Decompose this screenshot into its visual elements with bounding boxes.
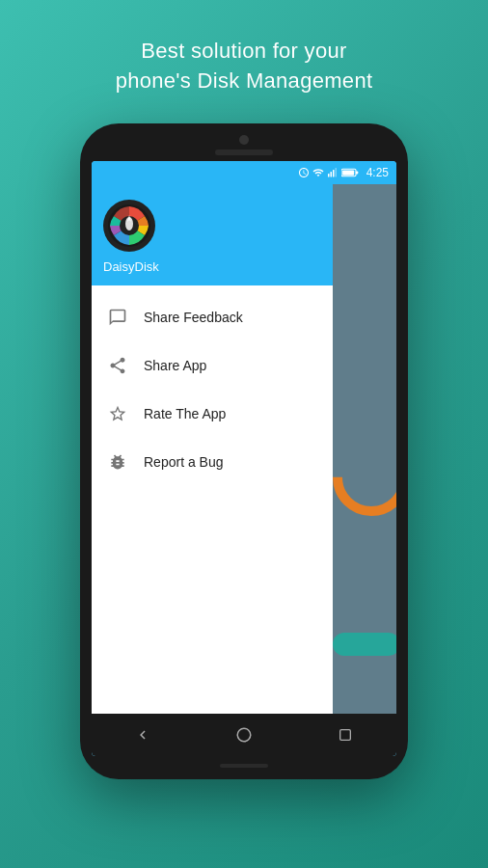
svg-rect-0 [328, 174, 330, 177]
menu-item-share-app[interactable]: Share App [92, 341, 333, 390]
app-name-label: DaisyDisk [103, 259, 159, 274]
drawer-header: DaisyDisk [92, 184, 333, 285]
back-button[interactable] [128, 720, 157, 749]
main-content [333, 184, 396, 714]
chat-icon [107, 307, 128, 328]
recent-button[interactable] [331, 720, 360, 749]
svg-rect-1 [330, 172, 332, 177]
app-content: DaisyDisk Share Feedback [92, 184, 396, 714]
menu-item-rate-app[interactable]: Rate The App [92, 390, 333, 438]
share-feedback-label: Share Feedback [144, 310, 243, 325]
phone-top [215, 135, 273, 155]
disk-chart [333, 439, 396, 516]
svg-rect-13 [340, 729, 351, 740]
screen: 4:25 [92, 161, 396, 756]
battery-icon [341, 168, 359, 177]
drawer-menu: Share Feedback Share App [92, 285, 333, 714]
home-bar [220, 764, 268, 768]
star-icon [107, 403, 128, 424]
nav-bar [92, 714, 396, 756]
bug-icon [107, 451, 128, 473]
signal-icon [327, 167, 339, 178]
teal-button [333, 633, 396, 656]
phone-shell: 4:25 [80, 123, 408, 779]
svg-rect-2 [333, 170, 335, 177]
daisydisk-logo [106, 203, 152, 249]
share-icon [107, 355, 128, 376]
svg-point-10 [125, 217, 133, 231]
report-bug-label: Report a Bug [144, 454, 224, 470]
rate-app-label: Rate The App [144, 406, 226, 421]
wifi-icon [312, 167, 324, 178]
tagline-line2: phone's Disk Management [116, 68, 373, 93]
speaker [215, 149, 273, 155]
svg-point-11 [338, 444, 396, 511]
camera [239, 135, 249, 145]
app-icon [103, 200, 155, 252]
tagline-line1: Best solution for your [141, 39, 346, 63]
alarm-icon [298, 167, 310, 178]
share-app-label: Share App [144, 358, 206, 373]
svg-rect-5 [356, 171, 358, 174]
drawer: DaisyDisk Share Feedback [92, 184, 333, 714]
home-button[interactable] [230, 720, 258, 749]
svg-point-12 [237, 728, 251, 742]
status-icons [298, 167, 359, 178]
phone-bottom [220, 764, 268, 768]
status-time: 4:25 [366, 166, 389, 179]
status-bar: 4:25 [92, 161, 396, 184]
menu-item-report-bug[interactable]: Report a Bug [92, 438, 333, 486]
menu-item-share-feedback[interactable]: Share Feedback [92, 293, 333, 341]
svg-rect-3 [335, 168, 337, 177]
tagline: Best solution for your phone's Disk Mana… [116, 37, 373, 96]
svg-rect-6 [342, 170, 354, 175]
